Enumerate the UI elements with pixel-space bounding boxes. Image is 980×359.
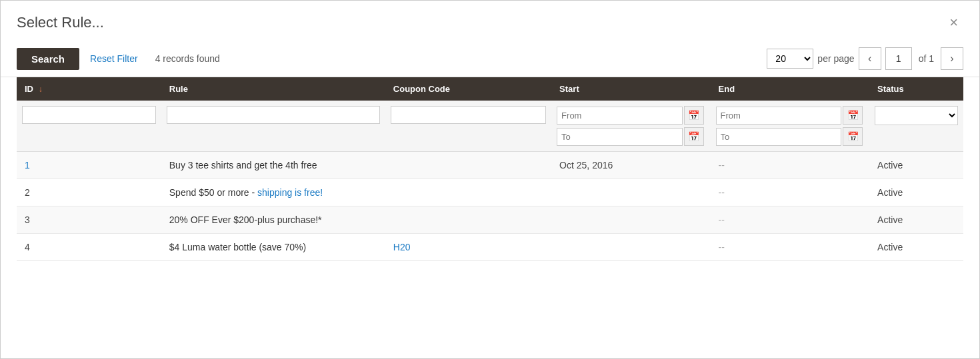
table-row: 1 Buy 3 tee shirts and get the 4th free … (17, 152, 963, 179)
prev-page-button[interactable]: ‹ (859, 47, 881, 70)
row1-end-cell: -- (711, 152, 869, 179)
per-page-label: per page (817, 53, 854, 64)
records-found-text: 4 records found (155, 53, 220, 64)
filter-status-cell: Active Inactive (869, 101, 963, 152)
col-header-rule[interactable]: Rule (161, 77, 385, 101)
row3-coupon-cell (385, 206, 551, 234)
row1-rule-text: Buy 3 tee shirts and get the 4th free (169, 160, 317, 171)
row2-id-cell: 2 (17, 179, 161, 206)
row2-status-cell: Active (869, 179, 963, 206)
row2-id-value: 2 (25, 187, 30, 198)
filter-end-to-input[interactable] (716, 128, 841, 146)
table-row: 3 20% OFF Ever $200-plus purchase!* -- (17, 206, 963, 234)
row2-end-value: -- (719, 187, 725, 198)
row1-rule-cell: Buy 3 tee shirts and get the 4th free (161, 152, 385, 179)
filter-id-cell (17, 101, 161, 152)
filter-start-cell: 📅 📅 (551, 101, 710, 152)
table-wrap: ID ↓ Rule Coupon Code Start End (1, 77, 979, 277)
row4-status-cell: Active (869, 234, 963, 261)
filter-end-cell: 📅 📅 (711, 101, 869, 152)
filter-start-date: 📅 📅 (557, 106, 705, 146)
filter-rule-input[interactable] (167, 106, 380, 124)
filter-status-select[interactable]: Active Inactive (875, 106, 958, 125)
modal-header: Select Rule... × (1, 1, 979, 41)
row3-rule-cell: 20% OFF Ever $200-plus purchase!* (161, 206, 385, 234)
row1-status-cell: Active (869, 152, 963, 179)
row4-id-cell: 4 (17, 234, 161, 261)
row4-rule-text: $4 Luma water bottle (save 70%) (169, 242, 306, 252)
col-header-id[interactable]: ID ↓ (17, 77, 161, 101)
row2-rule-text: Spend $50 or more - shipping is free! (169, 187, 323, 198)
col-header-status[interactable]: Status (869, 77, 963, 101)
next-page-button[interactable]: › (941, 47, 963, 70)
close-button[interactable]: × (944, 13, 963, 33)
row2-rule-cell: Spend $50 or more - shipping is free! (161, 179, 385, 206)
row3-end-value: -- (719, 214, 725, 225)
end-to-calendar-btn[interactable]: 📅 (843, 127, 863, 146)
row2-coupon-cell (385, 179, 551, 206)
row1-start-value: Oct 25, 2016 (559, 160, 613, 171)
col-header-end[interactable]: End (711, 77, 869, 101)
row4-start-cell (551, 234, 710, 261)
filter-start-from-input[interactable] (557, 107, 682, 125)
table-row: 4 $4 Luma water bottle (save 70%) H20 -- (17, 234, 963, 261)
current-page-input[interactable] (885, 47, 912, 70)
row3-start-cell (551, 206, 710, 234)
filter-coupon-input[interactable] (391, 106, 546, 124)
table-header-row: ID ↓ Rule Coupon Code Start End (17, 77, 963, 101)
row3-status-cell: Active (869, 206, 963, 234)
row4-status-value: Active (877, 242, 903, 252)
filter-row: 📅 📅 📅 (17, 101, 963, 152)
filter-end-date: 📅 📅 (716, 106, 864, 146)
start-to-calendar-btn[interactable]: 📅 (684, 127, 704, 146)
row1-coupon-cell (385, 152, 551, 179)
select-rule-modal: Select Rule... × Search Reset Filter 4 r… (0, 0, 980, 359)
end-from-calendar-btn[interactable]: 📅 (843, 106, 863, 125)
start-from-calendar-btn[interactable]: 📅 (684, 106, 704, 125)
search-button[interactable]: Search (17, 48, 79, 70)
table-row: 2 Spend $50 or more - shipping is free! … (17, 179, 963, 206)
row4-rule-cell: $4 Luma water bottle (save 70%) (161, 234, 385, 261)
row1-end-value: -- (719, 160, 725, 171)
filter-end-from-input[interactable] (716, 107, 841, 125)
filter-coupon-cell (385, 101, 551, 152)
toolbar: Search Reset Filter 4 records found 20 3… (1, 41, 979, 77)
row2-start-cell (551, 179, 710, 206)
modal-title: Select Rule... (17, 14, 104, 31)
row1-status-value: Active (877, 160, 903, 171)
col-header-coupon[interactable]: Coupon Code (385, 77, 551, 101)
row4-end-value: -- (719, 242, 725, 252)
filter-id-input[interactable] (22, 106, 156, 124)
row4-coupon-link[interactable]: H20 (393, 242, 411, 252)
row4-id-value: 4 (25, 242, 30, 252)
pagination-area: 20 30 50 100 200 per page ‹ of 1 › (767, 47, 963, 70)
per-page-dropdown[interactable]: 20 30 50 100 200 (767, 49, 813, 69)
row2-rule-highlight: shipping is free! (257, 187, 323, 198)
page-of-label: of 1 (919, 53, 934, 64)
filter-rule-cell (161, 101, 385, 152)
row3-id-cell: 3 (17, 206, 161, 234)
col-header-start[interactable]: Start (551, 77, 710, 101)
per-page-select: 20 30 50 100 200 per page (767, 49, 854, 69)
filter-start-to-input[interactable] (557, 128, 682, 146)
row4-coupon-cell: H20 (385, 234, 551, 261)
row1-id-cell: 1 (17, 152, 161, 179)
row3-id-value: 3 (25, 214, 30, 225)
row3-status-value: Active (877, 214, 903, 225)
row3-end-cell: -- (711, 206, 869, 234)
row2-status-value: Active (877, 187, 903, 198)
sort-icon-id: ↓ (39, 85, 43, 94)
row1-start-cell: Oct 25, 2016 (551, 152, 710, 179)
rules-table: ID ↓ Rule Coupon Code Start End (17, 77, 963, 261)
row4-end-cell: -- (711, 234, 869, 261)
row3-rule-text: 20% OFF Ever $200-plus purchase!* (169, 214, 322, 225)
row2-end-cell: -- (711, 179, 869, 206)
row1-id-link[interactable]: 1 (25, 160, 30, 171)
reset-filter-link[interactable]: Reset Filter (90, 53, 138, 64)
